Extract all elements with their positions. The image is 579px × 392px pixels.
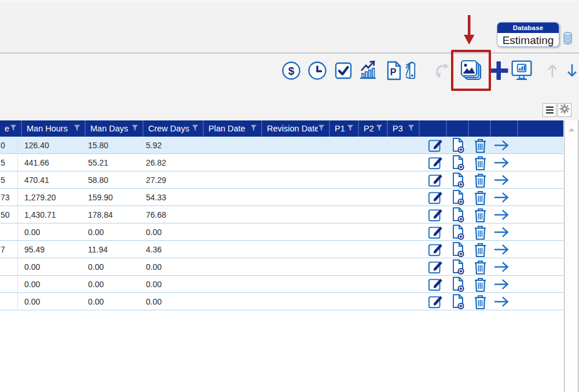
- grid-settings-button[interactable]: [558, 103, 571, 117]
- cell-crew-days: 4.36: [146, 241, 162, 258]
- grid-column-header[interactable]: P1: [330, 120, 359, 137]
- duplicate-row-button[interactable]: [450, 171, 467, 189]
- cost-dollar-icon[interactable]: $: [280, 58, 303, 83]
- duplicate-row-button[interactable]: [450, 137, 467, 154]
- open-row-arrow-button[interactable]: [493, 189, 510, 206]
- svg-text:P: P: [390, 67, 397, 77]
- table-row[interactable]: 0.00 0.00 0.00: [0, 258, 563, 276]
- move-down-icon[interactable]: [560, 58, 579, 83]
- table-row[interactable]: 0.00 0.00 0.00: [0, 224, 563, 241]
- cell-crew-days: 5.92: [146, 137, 162, 154]
- delete-row-button[interactable]: [472, 154, 488, 171]
- table-row[interactable]: 5 470.41 58.80 27.29: [0, 171, 563, 189]
- grid-column-header[interactable]: e: [0, 120, 22, 137]
- cell-man-days: 15.80: [88, 137, 108, 154]
- open-row-arrow-button[interactable]: [493, 276, 510, 293]
- duplicate-row-button[interactable]: [450, 224, 467, 241]
- filter-funnel-icon[interactable]: [318, 124, 325, 133]
- grid-column-header[interactable]: Man Days: [86, 120, 144, 137]
- duplicate-row-button[interactable]: [450, 189, 467, 206]
- open-row-arrow-button[interactable]: [493, 241, 510, 258]
- cell-truncated: 5: [1, 171, 17, 189]
- grid-column-header[interactable]: [491, 120, 518, 137]
- table-row[interactable]: 0.00 0.00 0.00: [0, 293, 563, 310]
- duplicate-row-button[interactable]: [450, 276, 467, 293]
- filter-funnel-icon[interactable]: [376, 124, 383, 133]
- scroll-up-icon[interactable]: [565, 123, 578, 134]
- grid-column-header[interactable]: Crew Days: [144, 120, 204, 137]
- edit-row-button[interactable]: [428, 224, 444, 241]
- grid-column-header[interactable]: [420, 120, 447, 137]
- open-row-arrow-button[interactable]: [493, 293, 510, 310]
- delete-row-button[interactable]: [472, 206, 488, 224]
- time-clock-icon[interactable]: [306, 58, 329, 83]
- cell-man-days: 11.94: [88, 241, 108, 258]
- edit-row-button[interactable]: [428, 206, 444, 224]
- filter-funnel-icon[interactable]: [10, 124, 17, 133]
- cell-man-hours: 95.49: [24, 241, 45, 258]
- palette-swatch-icon[interactable]: [406, 58, 429, 83]
- grid-column-header[interactable]: [447, 120, 469, 137]
- delete-row-button[interactable]: [472, 276, 488, 293]
- open-row-arrow-button[interactable]: [493, 154, 510, 171]
- filter-funnel-icon[interactable]: [250, 124, 257, 133]
- p-document-icon[interactable]: P: [382, 58, 405, 83]
- table-row[interactable]: 0.00 0.00 0.00: [0, 276, 563, 293]
- checklist-icon[interactable]: [332, 58, 355, 83]
- chart-growth-icon[interactable]: [356, 58, 379, 83]
- grid-column-header[interactable]: [518, 120, 563, 137]
- grid-column-header[interactable]: Plan Date: [204, 120, 262, 137]
- filter-funnel-icon[interactable]: [192, 124, 199, 133]
- monitor-report-icon[interactable]: [510, 58, 533, 83]
- open-row-arrow-button[interactable]: [493, 206, 510, 224]
- delete-row-button[interactable]: [472, 189, 488, 206]
- filter-funnel-icon[interactable]: [347, 124, 354, 133]
- edit-row-button[interactable]: [428, 241, 444, 258]
- grid-column-header[interactable]: Man Hours: [22, 120, 86, 137]
- edit-row-button[interactable]: [428, 171, 444, 189]
- database-cylinder-icon[interactable]: [562, 31, 573, 48]
- title-band: [0, 0, 579, 53]
- cell-crew-days: 54.33: [146, 189, 166, 206]
- edit-row-button[interactable]: [428, 258, 444, 276]
- cell-truncated: 50: [1, 206, 17, 224]
- delete-row-button[interactable]: [472, 293, 488, 310]
- duplicate-row-button[interactable]: [450, 206, 467, 224]
- hamburger-menu-button[interactable]: [543, 103, 556, 117]
- delete-row-button[interactable]: [472, 241, 488, 258]
- table-row[interactable]: 50 1,430.71 178.84 76.68: [0, 206, 563, 224]
- delete-row-button[interactable]: [472, 224, 488, 241]
- duplicate-row-button[interactable]: [450, 293, 467, 310]
- vertical-scrollbar[interactable]: [564, 120, 578, 392]
- edit-row-button[interactable]: [428, 137, 444, 154]
- filter-funnel-icon[interactable]: [74, 124, 80, 133]
- database-mode-tab[interactable]: Database Estimating: [497, 22, 559, 47]
- edit-row-button[interactable]: [428, 189, 444, 206]
- grid-column-header[interactable]: P2: [359, 120, 388, 137]
- filter-funnel-icon[interactable]: [408, 124, 415, 133]
- table-row[interactable]: 5 441.66 55.21 26.82: [0, 154, 563, 171]
- open-row-arrow-button[interactable]: [493, 258, 510, 276]
- duplicate-row-button[interactable]: [450, 258, 467, 276]
- edit-row-button[interactable]: [428, 276, 444, 293]
- refresh-icon: [431, 58, 454, 83]
- grid-column-header[interactable]: [469, 120, 491, 137]
- grid-column-header[interactable]: P3: [388, 120, 420, 137]
- table-row[interactable]: 73 1,279.20 159.90 54.33: [0, 189, 563, 206]
- delete-row-button[interactable]: [472, 137, 488, 154]
- filter-funnel-icon[interactable]: [131, 124, 138, 133]
- gear-icon: [559, 104, 570, 116]
- open-row-arrow-button[interactable]: [493, 171, 510, 189]
- edit-row-button[interactable]: [428, 293, 444, 310]
- duplicate-row-button[interactable]: [450, 154, 467, 171]
- table-row[interactable]: 7 95.49 11.94 4.36: [0, 241, 563, 258]
- delete-row-button[interactable]: [472, 258, 488, 276]
- table-row[interactable]: 0 126.40 15.80 5.92: [0, 137, 563, 154]
- grid-column-header[interactable]: Revision Date: [262, 120, 330, 137]
- cell-truncated: [1, 276, 17, 293]
- delete-row-button[interactable]: [472, 171, 488, 189]
- open-row-arrow-button[interactable]: [493, 137, 510, 154]
- open-row-arrow-button[interactable]: [493, 224, 510, 241]
- duplicate-row-button[interactable]: [450, 241, 467, 258]
- edit-row-button[interactable]: [428, 154, 444, 171]
